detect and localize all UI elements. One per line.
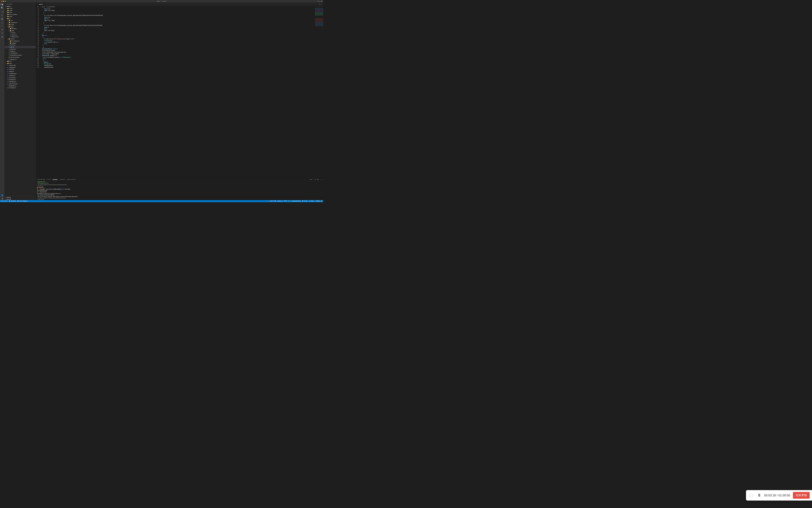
file-tree-item[interactable]: {}jsconfig.json [4, 79, 36, 81]
more-icon[interactable]: ⋯ [321, 3, 322, 5]
terminal-kind-icon[interactable]: ▯ zsh [309, 179, 312, 180]
close-icon[interactable]: × [44, 3, 45, 5]
close-icon[interactable] [1, 1, 2, 2]
breadcrumbs[interactable]: src › ⚛ app.tsx › ◉ getInitialState [36, 6, 323, 8]
breadcrumb-symbol[interactable]: getInitialState [48, 6, 55, 8]
file-tree-item[interactable]: JSservice-worker.js [4, 56, 36, 58]
file-tree-item[interactable]: {}tsconfig.json [4, 87, 36, 89]
trash-icon[interactable]: 🗑 [318, 179, 318, 180]
breadcrumb-file[interactable]: app.tsx [42, 6, 45, 8]
file-tree-item[interactable]: ▸📁TableList [4, 28, 36, 30]
status-ln-col[interactable]: Ln 19, Col 38 [270, 201, 276, 202]
file-tree-item[interactable]: {}package.json [4, 81, 36, 83]
minimize-icon[interactable] [3, 1, 4, 2]
file-tree-item[interactable]: TSWelcome.tsx [4, 36, 36, 38]
file-tree-item[interactable]: ▸📁tests [4, 60, 36, 62]
minimap[interactable] [315, 8, 323, 178]
file-tree-item[interactable]: ◆.eslintignore [4, 66, 36, 69]
file-tree-item[interactable]: {}manifest.json [4, 52, 36, 54]
split-editor-icon[interactable]: ▯▯ [319, 3, 320, 5]
panel-tab-comments[interactable]: COMMENTS [59, 179, 65, 180]
recording-toolbar[interactable]: ⋮⋮ ⏸ 00:03:18 / 01:00:00 结束录制 [746, 490, 812, 501]
status-eden-lint[interactable]: Eden Lint: Stopped ▢ [17, 201, 28, 202]
file-tree-item[interactable]: ◆global.less [4, 48, 36, 50]
chevron-up-icon[interactable]: ⌃ [320, 179, 321, 180]
file-tree-item[interactable]: TSapp.tsx [4, 46, 36, 48]
debug-icon[interactable]: ▷ [1, 14, 3, 16]
file-tree-item[interactable]: ▸📁public [4, 15, 36, 17]
drag-handle-icon[interactable]: ⋮⋮ [748, 494, 754, 497]
file-tree-item[interactable]: ⚙.editorconfig [4, 65, 36, 67]
stop-recording-button[interactable]: 结束录制 [793, 492, 810, 499]
file-tree-item[interactable]: ▾📂services [4, 38, 36, 40]
file-tree-item[interactable]: ◆jest.config.ts [4, 77, 36, 79]
file-tree-item[interactable]: ▸📁swagger [4, 42, 36, 44]
file-tree-item[interactable]: TSAdmin.tsx [4, 34, 36, 36]
new-terminal-icon[interactable]: ＋ [313, 179, 314, 180]
sidebar-timeline[interactable]: ▸TIMELINE [4, 198, 36, 200]
file-tree-item[interactable]: TSaccess.ts [4, 44, 36, 46]
activity-ext1-icon[interactable]: ☰ [1, 32, 3, 35]
file-tree-item[interactable]: ▸📁types [4, 62, 36, 65]
file-tree-item[interactable]: ▾📂pages [4, 26, 36, 28]
file-tree-item[interactable]: TS404.tsx [4, 32, 36, 34]
file-tree-item[interactable]: TSrequestErrorConfig.ts [4, 54, 36, 56]
file-tree-item[interactable]: ▸📁mock [4, 11, 36, 13]
search-icon[interactable]: 🔍 [1, 7, 3, 9]
timeline-icon[interactable]: ⟳ [1, 29, 3, 31]
status-spaces[interactable]: Spaces: 2 [278, 201, 282, 202]
layout-bottom-icon[interactable]: ▤ [319, 1, 320, 2]
status-language[interactable]: { } TypeScript React [291, 201, 300, 202]
file-tree-item[interactable]: ⓘREADME.md [4, 85, 36, 87]
file-tree-item[interactable]: ◆.prettierrc.js [4, 75, 36, 77]
code-editor[interactable]: 7071727374757677787980818283848586878889… [36, 8, 323, 178]
file-tree-item[interactable]: ▸📁User [4, 30, 36, 32]
status-prettier[interactable]: ✓ Prettier [315, 201, 320, 202]
activity-ext2-icon[interactable]: ⊞ [1, 36, 3, 38]
status-go-live[interactable]: 📡 Go Live [302, 201, 307, 202]
file-tree-item[interactable]: TSglobal.tsx [4, 50, 36, 52]
close-panel-icon[interactable]: × [321, 179, 322, 180]
status-eol[interactable]: LF [288, 201, 290, 202]
file-tree-item[interactable]: ▸📁locales [4, 24, 36, 26]
file-tree-item[interactable]: ◆pnpm-lock.yaml [4, 83, 36, 85]
status-spell[interactable]: ⚠ 5 Spell [309, 201, 314, 202]
file-tree-item[interactable]: TStypings.d.ts [4, 58, 36, 60]
file-tree-item[interactable]: ▸📁.umi [4, 19, 36, 22]
explorer-icon[interactable]: 🗎 [0, 3, 4, 6]
panel-tab-problems[interactable]: PROBLEMS 5 [37, 179, 45, 180]
remote-icon[interactable]: ⬡ [1, 22, 3, 24]
file-tree-item[interactable]: ▸📁ant-design-pro [4, 40, 36, 42]
status-live-share[interactable]: 📡 Live Share [9, 201, 16, 202]
terminal-output[interactable]: + typescript 4.9.4+ umi-presets-pro 2.0.… [36, 181, 323, 200]
source-control-icon[interactable]: ⎇ [1, 10, 3, 13]
file-tree-item[interactable]: ▸📁node_modules [4, 13, 36, 15]
file-tree-item[interactable]: ◆.prettierignore [4, 73, 36, 75]
file-tree-item[interactable]: ▾📂src [4, 17, 36, 19]
pause-icon[interactable]: ⏸ [757, 493, 761, 498]
testing-icon[interactable]: ✓ [1, 25, 3, 27]
extensions-icon[interactable]: ▦ [1, 18, 3, 20]
file-tree-item[interactable]: ▸📁components [4, 22, 36, 24]
file-tree-item[interactable]: ◆.eslintrc.js [4, 69, 36, 71]
file-tree-item[interactable]: ◆.gitignore [4, 71, 36, 73]
file-tree-item[interactable]: ▸📁.husky [4, 7, 36, 9]
account-icon[interactable]: 👤 [1, 194, 3, 197]
file-tree-item[interactable]: ▸📁config [4, 9, 36, 11]
tab-app-tsx[interactable]: ⚛ app.tsx × [36, 3, 46, 6]
panel-tab-terminal[interactable]: TERMINAL [52, 179, 58, 180]
sidebar-project[interactable]: ▾SDMOOC [4, 6, 36, 7]
sidebar-more-icon[interactable]: ⋯ [33, 3, 34, 5]
panel-tab-debug-console[interactable]: DEBUG CONSOLE [67, 179, 76, 180]
split-terminal-icon[interactable]: ▯▯ [315, 179, 316, 180]
settings-icon[interactable]: ⚙ [1, 198, 3, 200]
status-bell-icon[interactable]: 🔔 [321, 201, 322, 202]
layout-left-icon[interactable]: ▥ [318, 1, 318, 2]
panel-tab-output[interactable]: OUTPUT [46, 179, 51, 180]
sidebar-outline[interactable]: ▸OUTLINE [4, 196, 36, 198]
breadcrumb-src[interactable]: src [37, 6, 39, 8]
fullscreen-icon[interactable] [5, 1, 6, 2]
status-encoding[interactable]: UTF-8 [284, 201, 287, 202]
layout-right-icon[interactable]: ▣ [321, 1, 322, 2]
status-errors[interactable]: ⊘ 0 ⚠ 0 ⓘ 5 [1, 200, 7, 202]
